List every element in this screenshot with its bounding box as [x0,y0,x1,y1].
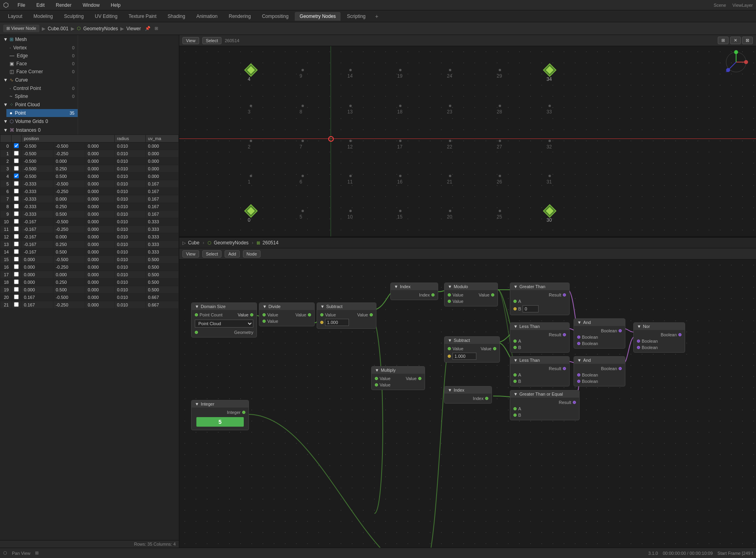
sub2-val2-input[interactable] [452,353,476,360]
row-checkbox[interactable] [14,234,19,239]
row-check[interactable] [12,195,22,203]
row-checkbox[interactable] [14,166,19,171]
path-cube[interactable]: Cube.001 [48,26,69,31]
menu-help[interactable]: Help [108,2,123,9]
tab-geometry-nodes[interactable]: Geometry Nodes [295,12,341,21]
node-divide[interactable]: ▼ Divide Value Value [259,302,315,326]
node-and2[interactable]: ▼ And Boolean [574,356,625,386]
row-check[interactable] [12,233,22,241]
node-domain-size[interactable]: ▼ Domain Size Point Count Value [191,302,257,338]
tree-item-control-point[interactable]: · Control Point 0 [6,84,78,92]
menu-render[interactable]: Render [53,2,74,9]
row-check[interactable] [12,263,22,271]
tree-item-edge[interactable]: — Edge 0 [6,52,78,60]
row-check[interactable] [12,211,22,218]
row-check[interactable] [12,150,22,158]
row-checkbox[interactable] [14,249,19,254]
row-checkbox[interactable] [14,158,19,163]
node-view-btn[interactable]: View [182,250,199,258]
view-btn[interactable]: View [182,37,199,44]
viewer-close-btn[interactable]: ✕ [730,37,741,44]
path-viewer[interactable]: Viewer [126,26,141,31]
tree-item-face-corner[interactable]: ◫ Face Corner 0 [6,68,78,76]
breadcrumb-cube[interactable]: Cube [188,240,200,246]
add-workspace-btn[interactable]: + [375,13,378,20]
gt-b-input[interactable] [523,305,539,312]
row-checkbox[interactable] [14,151,19,156]
menu-edit[interactable]: Edit [34,2,47,9]
tab-texture-paint[interactable]: Texture Paint [124,12,161,21]
row-checkbox[interactable] [14,211,19,216]
node-nor[interactable]: ▼ Nor Boolean [633,322,685,353]
node-modulo[interactable]: ▼ Modulo Value Value [444,283,498,306]
row-checkbox[interactable] [14,204,19,209]
breadcrumb-nodetree[interactable]: GeometryNodes [214,240,249,246]
node-subtract2[interactable]: ▼ Subtract Value Value [444,336,500,363]
integer-value-display[interactable]: 5 [196,417,244,427]
node-subtract1[interactable]: ▼ Subtract Value Value [317,302,376,329]
sub1-val2-input[interactable] [325,319,349,326]
tab-shading[interactable]: Shading [163,12,190,21]
row-checkbox[interactable] [14,242,19,246]
row-checkbox[interactable] [14,272,19,277]
row-check[interactable] [12,188,22,195]
breadcrumb-viewer-id[interactable]: 260514 [262,240,278,246]
menu-file[interactable]: File [15,2,27,9]
row-check[interactable] [12,218,22,226]
row-checkbox[interactable] [14,196,19,201]
node-less-than2[interactable]: ▼ Less Than Result [510,356,570,386]
tree-item-point[interactable]: ● Point 35 [6,109,78,117]
node-and1[interactable]: ▼ And Boolean [574,318,625,349]
path-nodetree[interactable]: GeometryNodes [83,26,118,31]
row-check[interactable] [12,279,22,286]
tree-item-face[interactable]: ▣ Face 0 [6,60,78,68]
row-check[interactable] [12,203,22,211]
row-checkbox[interactable] [14,279,19,284]
viewer-pin-btn[interactable]: ⊠ [742,37,753,44]
row-check[interactable] [12,173,22,180]
tab-modeling[interactable]: Modeling [29,12,58,21]
row-checkbox[interactable] [14,287,19,292]
row-checkbox[interactable] [14,264,19,269]
tab-uv-editing[interactable]: UV Editing [90,12,122,21]
node-gte[interactable]: ▼ Greater Than or Equal Result [510,390,580,420]
domain-select[interactable]: Point Cloud [195,320,253,328]
tab-compositing[interactable]: Compositing [257,12,294,21]
tree-section-instances[interactable]: ▼ ⌘ Instances 0 [0,126,78,135]
tree-item-vertex[interactable]: · Vertex 0 [6,44,78,52]
row-check[interactable] [12,301,22,309]
node-index1[interactable]: ▼ Index Index [390,283,438,300]
viewer-overlay-btn[interactable]: ⊞ [718,37,729,44]
node-less-than1[interactable]: ▼ Less Than Result [510,322,570,353]
select-btn[interactable]: Select [202,37,222,44]
node-multiply[interactable]: ▼ Multiply Value Value [371,366,425,390]
row-checkbox[interactable] [14,181,19,186]
row-checkbox[interactable] [14,189,19,193]
tab-animation[interactable]: Animation [192,12,222,21]
tab-sculpting[interactable]: Sculpting [59,12,88,21]
row-check[interactable] [12,294,22,301]
menu-window[interactable]: Window [80,2,102,9]
tree-section-mesh[interactable]: ▼ ⊞ Mesh [0,35,78,44]
row-checkbox[interactable] [14,226,19,231]
row-checkbox[interactable] [14,302,19,307]
tab-scripting[interactable]: Scripting [342,12,370,21]
tree-section-point-cloud[interactable]: ▼ ⁘ Point Cloud [0,100,78,109]
editor-type-btn[interactable]: ⊞ Viewer Node [3,25,39,32]
row-check[interactable] [12,142,22,150]
sidebar-toggle-btn[interactable]: ⊞ [155,26,158,31]
node-greater-than[interactable]: ▼ Greater Than Result [510,283,570,315]
tree-section-curve[interactable]: ▼ ∿ Curve [0,76,78,84]
node-index2[interactable]: ▼ Index Index [444,386,492,404]
row-checkbox[interactable] [14,174,19,178]
tree-item-spline[interactable]: ~ Spline 0 [6,92,78,100]
row-check[interactable] [12,248,22,256]
node-select-btn[interactable]: Select [202,250,222,258]
row-checkbox[interactable] [14,257,19,261]
row-checkbox[interactable] [14,219,19,224]
node-add-btn[interactable]: Add [225,250,240,258]
row-check[interactable] [12,241,22,248]
row-check[interactable] [12,256,22,263]
pin-btn[interactable]: 📌 [145,26,151,31]
row-check[interactable] [12,180,22,188]
